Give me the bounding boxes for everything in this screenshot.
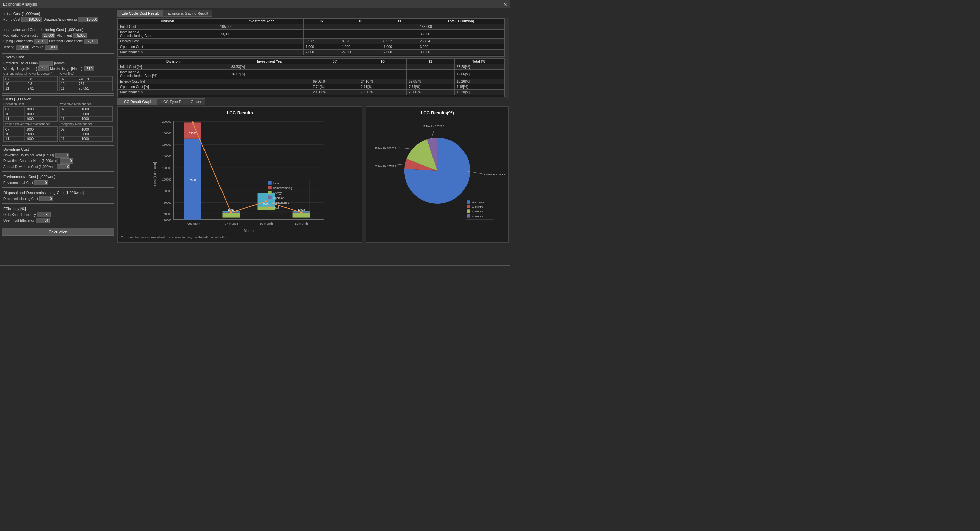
close-button[interactable]: ✕: [503, 2, 508, 7]
piping-value[interactable]: 2,000: [34, 39, 48, 44]
startup-value[interactable]: 2,000: [45, 44, 58, 50]
list-item: 109000: [59, 132, 112, 137]
svg-text:200000: 200000: [162, 120, 172, 124]
data-sheet-value[interactable]: 80: [37, 212, 51, 217]
graph-tabs: LCC Result GraphLCC Type Result Graph: [118, 98, 509, 105]
scrollbar2[interactable]: [504, 58, 509, 98]
list-item: 07740.19: [59, 77, 112, 82]
list-item: 11767.51: [59, 86, 112, 91]
prev-maint-title: Preventive Maintenance: [59, 102, 113, 106]
electrical-value[interactable]: 2,000: [84, 39, 98, 44]
power-kw-title: Power [kW]: [59, 72, 113, 76]
main-window: Economic Analysis ✕ Initial Cost [1,000w…: [0, 0, 511, 265]
list-item: 071000: [4, 127, 57, 132]
svg-text:165000: 165000: [188, 179, 197, 182]
testing-label: Testing: [3, 45, 14, 49]
table-row: Initial Cost165,000165,000: [118, 24, 504, 30]
svg-text:07 Month: 07 Month: [472, 205, 482, 208]
svg-text:160000: 160000: [162, 143, 172, 146]
current-power-box: Current Industrial Power [1,000won] 079.…: [3, 72, 57, 92]
lifetime-maint-title: Lifetime Preventative Maintenance: [3, 122, 57, 126]
decommission-value[interactable]: 0: [40, 196, 53, 201]
svg-text:120000: 120000: [162, 166, 172, 170]
pie-chart-area: LCC Results(%): [366, 106, 509, 243]
data-sheet-label: Data Sheet Efficiency: [3, 213, 36, 217]
env-section: Environmental Cost [1,000won] Environmen…: [2, 173, 115, 188]
svg-text:11 Month, 12922.0: 11 Month, 12922.0: [422, 125, 444, 128]
month-usage-value[interactable]: 619: [84, 66, 94, 71]
svg-text:Investment: Investment: [472, 201, 485, 204]
calculation-button[interactable]: Calculation: [2, 228, 115, 236]
predicted-life-label: Predicted Life of Pump: [3, 61, 38, 65]
startup-label: Start-Up: [30, 45, 43, 49]
piping-row: Piping Connections 2,000 Electrical Conn…: [3, 39, 113, 44]
user-input-value[interactable]: 84: [36, 218, 50, 223]
list-item: 071000: [59, 107, 112, 112]
downtime-cost-value[interactable]: 0: [60, 159, 73, 163]
drawings-value[interactable]: 15,000: [78, 17, 98, 22]
svg-point-38: [192, 121, 194, 124]
svg-text:12912: 12912: [228, 208, 234, 211]
svg-rect-49: [268, 186, 271, 189]
annual-downtime-value[interactable]: 0: [57, 164, 70, 169]
downtime-cost-label: Downtime Cost per Hour [1,000won]: [3, 159, 58, 163]
downtime-section: Downtime Cost Downtime Hours per Year [H…: [2, 146, 115, 172]
alignment-value[interactable]: 5,000: [73, 33, 87, 38]
table-row: Energy Cost8,9128,9208,92226,754: [118, 39, 504, 44]
alignment-label: Alignment: [57, 34, 72, 37]
bar-chart-svg: 200000 180000 160000 140000 120000 10000…: [121, 118, 359, 233]
list-item: 111000: [59, 117, 112, 121]
svg-text:20000: 20000: [164, 219, 172, 222]
svg-text:Cost [1,000 won]: Cost [1,000 won]: [153, 162, 156, 186]
energy-section: Energy Cost Predicted Life of Pump 3 [Mo…: [2, 53, 115, 94]
left-panel: Initial Cost [1,000won] Pump Cost 150,00…: [0, 8, 116, 265]
env-cost-value[interactable]: 0: [34, 180, 48, 185]
pump-cost-value[interactable]: 150,000: [21, 17, 42, 22]
initial-cost-section: Initial Cost [1,000won] Pump Cost 150,00…: [2, 10, 115, 24]
svg-text:Total: Total: [273, 206, 279, 209]
graph-tab-0[interactable]: LCC Result Graph: [118, 98, 157, 105]
weekly-usage-value[interactable]: 144: [38, 66, 49, 71]
emergency-maint-title: Emergency Maintenance: [59, 122, 113, 126]
weekly-usage-label: Weekly Usage [Hours]: [3, 67, 37, 71]
svg-text:12922: 12922: [298, 208, 305, 211]
svg-text:11 Month: 11 Month: [295, 222, 308, 225]
svg-text:Month: Month: [243, 229, 253, 233]
power-kw-table: 07740.191076411767.51: [59, 76, 113, 92]
svg-text:Initial: Initial: [273, 182, 279, 185]
efficiency-section: Efficiency [%] Data Sheet Efficiency 80 …: [2, 205, 115, 225]
list-item: 071000: [59, 127, 112, 132]
downtime-cost-row: Downtime Cost per Hour [1,000won] 0: [3, 159, 113, 163]
scrollbar1[interactable]: [504, 18, 509, 58]
efficiency-title: Efficiency [%]: [3, 207, 113, 211]
downtime-hours-label: Downtime Hours per Year [Hours]: [3, 153, 54, 157]
chart-note: To zoom chart use mouse wheel. If you wa…: [121, 236, 359, 239]
predicted-life-row: Predicted Life of Pump 3 [Month]: [3, 60, 113, 66]
current-power-title: Current Industrial Power [1,000won]: [3, 72, 57, 76]
env-cost-row: Environmental Cost 0: [3, 180, 113, 185]
predicted-life-value[interactable]: 3: [39, 60, 53, 66]
list-item: 101000: [4, 112, 57, 117]
main-tab-1[interactable]: Economic Saving Result: [163, 10, 212, 17]
main-tab-0[interactable]: Life Cycle Cost Result: [118, 10, 163, 17]
svg-text:10 Month: 10 Month: [259, 222, 273, 225]
svg-text:07 Month, 12912.0: 07 Month, 12912.0: [375, 165, 397, 168]
testing-value[interactable]: 2,000: [16, 44, 29, 50]
downtime-hours-value[interactable]: 0: [56, 153, 69, 158]
right-panel: Life Cycle Cost ResultEconomic Saving Re…: [116, 8, 510, 265]
list-item: 111000: [59, 137, 112, 141]
foundation-value[interactable]: 20,000: [42, 33, 56, 38]
bar-chart-area: LCC Results: [118, 106, 363, 243]
user-input-row: User Input Efficiency 84: [3, 218, 113, 223]
svg-line-67: [432, 130, 434, 139]
lifetime-maint-box: Lifetime Preventative Maintenance 071000…: [3, 122, 57, 143]
svg-point-40: [265, 200, 267, 202]
svg-text:Investment: Investment: [185, 222, 200, 225]
svg-rect-26: [222, 213, 240, 217]
decommission-label: Decommissioning Cost: [3, 197, 38, 201]
table1-container: Division.Investment Year071011Total [1,0…: [118, 18, 509, 58]
graph-tab-1[interactable]: LCC Type Result Graph: [157, 98, 205, 105]
svg-rect-30: [258, 206, 275, 211]
table-row: Maintenance &20.00[%]70.00[%]20.00[%]10.…: [118, 90, 504, 95]
downtime-hours-row: Downtime Hours per Year [Hours] 0: [3, 153, 113, 158]
